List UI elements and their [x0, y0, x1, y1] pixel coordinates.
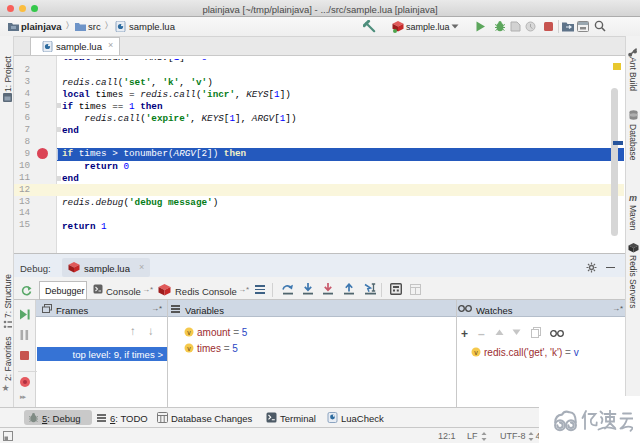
svg-text:v: v	[187, 328, 191, 335]
svg-text:v: v	[474, 348, 478, 355]
svg-text:v: v	[187, 344, 191, 351]
